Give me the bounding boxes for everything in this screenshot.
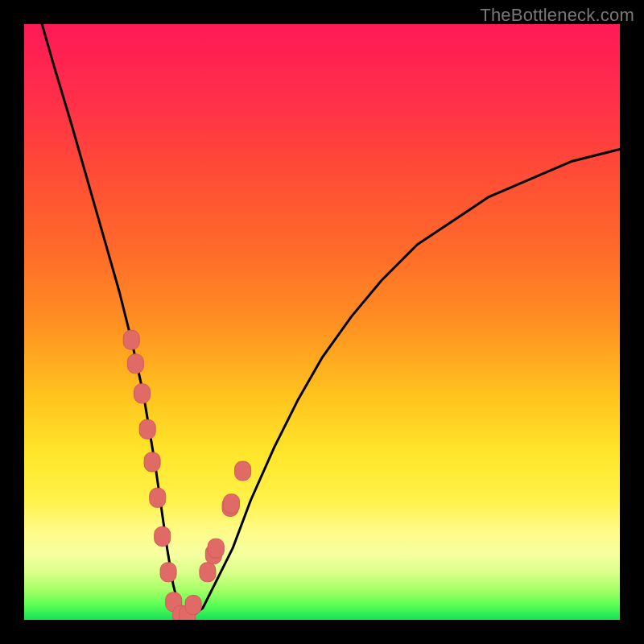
highlight-marker: [160, 563, 176, 582]
curve-layer: [24, 24, 620, 620]
highlight-marker: [224, 494, 240, 514]
highlight-marker: [208, 539, 224, 558]
highlight-marker: [200, 563, 216, 582]
highlighted-marker-group: [123, 330, 250, 620]
plot-area: [24, 24, 620, 620]
highlight-marker: [123, 330, 139, 349]
highlight-marker: [185, 596, 201, 615]
outer-frame: TheBottleneck.com: [0, 0, 644, 644]
highlight-marker: [144, 452, 160, 472]
highlight-marker: [139, 419, 155, 439]
watermark-text: TheBottleneck.com: [480, 5, 634, 26]
highlight-marker: [235, 461, 251, 481]
highlight-marker: [127, 354, 143, 374]
bottleneck-curve: [42, 24, 620, 617]
highlight-marker: [150, 488, 166, 507]
highlight-marker: [155, 526, 171, 546]
highlight-marker: [134, 384, 151, 403]
